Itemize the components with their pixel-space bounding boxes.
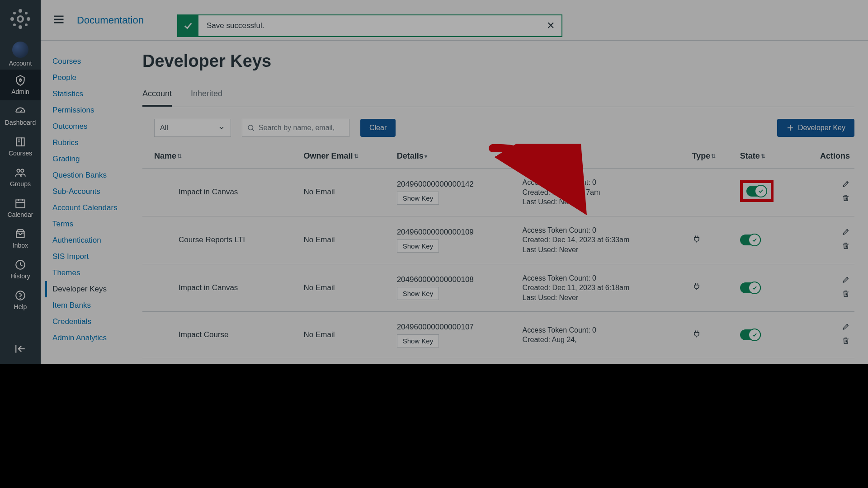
subnav-item[interactable]: Question Banks xyxy=(45,167,142,183)
col-state[interactable]: State xyxy=(740,151,760,160)
row-state xyxy=(736,312,797,358)
nav-inbox[interactable]: Inbox xyxy=(0,223,41,254)
subnav-item[interactable]: Authentication xyxy=(45,232,142,249)
svg-point-5 xyxy=(25,12,28,14)
subnav-item[interactable]: Item Banks xyxy=(45,297,142,314)
state-toggle[interactable] xyxy=(740,282,761,293)
show-key-button[interactable]: Show Key xyxy=(397,287,439,300)
account-icon xyxy=(12,42,28,58)
row-name: Impact in Canvas xyxy=(142,169,299,216)
dev-key-tabs: AccountInherited xyxy=(142,84,854,107)
col-name[interactable]: Name xyxy=(154,151,176,160)
col-type[interactable]: Type xyxy=(692,151,711,160)
show-key-button[interactable]: Show Key xyxy=(397,192,439,205)
search-input[interactable]: Search by name, email, xyxy=(242,119,349,137)
edit-button[interactable] xyxy=(842,323,850,333)
nav-label: Help xyxy=(14,303,27,310)
nav-label: Groups xyxy=(10,180,31,188)
admin-subnav: CoursesPeopleStatisticsPermissionsOutcom… xyxy=(41,41,142,364)
nav-admin[interactable]: Admin xyxy=(0,70,41,100)
delete-button[interactable] xyxy=(842,242,850,252)
nav-label: Account xyxy=(9,60,32,67)
row-type xyxy=(688,264,736,312)
row-actions xyxy=(797,216,854,264)
delete-button[interactable] xyxy=(842,290,850,300)
subnav-item[interactable]: Grading xyxy=(45,151,142,167)
nav-account[interactable]: Account xyxy=(0,39,41,70)
breadcrumb[interactable]: Documentation xyxy=(77,14,144,26)
row-actions xyxy=(797,264,854,312)
nav-history[interactable]: History xyxy=(0,254,41,285)
row-name: Course Reports LTI xyxy=(142,216,299,264)
row-details: 204960000000000107Show Key xyxy=(392,312,518,358)
subnav-item[interactable]: Themes xyxy=(45,265,142,281)
subnav-item[interactable]: Admin Analytics xyxy=(45,330,142,346)
show-key-button[interactable]: Show Key xyxy=(397,334,439,347)
collapse-nav-icon[interactable] xyxy=(14,336,26,364)
show-key-button[interactable]: Show Key xyxy=(397,239,439,253)
nav-dashboard[interactable]: Dashboard xyxy=(0,100,41,131)
subnav-item[interactable]: People xyxy=(45,70,142,86)
filter-select[interactable]: All xyxy=(154,119,231,137)
col-owner[interactable]: Owner Email xyxy=(304,151,353,160)
state-toggle[interactable] xyxy=(746,186,767,197)
nav-courses[interactable]: Courses xyxy=(0,131,41,162)
edit-button[interactable] xyxy=(842,276,850,286)
row-state xyxy=(736,264,797,312)
row-stats: Access Token Count: 0Created: May 23 at … xyxy=(518,169,688,216)
nav-label: Calendar xyxy=(8,211,33,218)
subnav-item[interactable]: Permissions xyxy=(45,102,142,118)
nav-label: Dashboard xyxy=(5,119,36,126)
nav-help[interactable]: Help xyxy=(0,285,41,315)
col-stats[interactable]: Stats xyxy=(523,151,542,160)
tab-account[interactable]: Account xyxy=(142,84,172,107)
delete-button[interactable] xyxy=(842,194,850,204)
subnav-item[interactable]: SIS Import xyxy=(45,249,142,265)
svg-point-1 xyxy=(19,25,22,29)
edit-button[interactable] xyxy=(842,180,850,190)
clear-button[interactable]: Clear xyxy=(360,119,396,137)
row-owner: No Email xyxy=(299,169,392,216)
col-details[interactable]: Details xyxy=(397,151,424,160)
subnav-item[interactable]: Rubrics xyxy=(45,135,142,151)
admin-icon xyxy=(14,75,26,86)
nav-label: History xyxy=(10,272,30,280)
subnav-item[interactable]: Outcomes xyxy=(45,118,142,135)
table-row: Impact in CanvasNo Email2049600000000001… xyxy=(142,169,854,216)
state-toggle[interactable] xyxy=(740,235,761,245)
nav-groups[interactable]: Groups xyxy=(0,162,41,192)
subnav-item[interactable]: Courses xyxy=(45,53,142,70)
inbox-icon xyxy=(14,228,26,240)
subnav-item[interactable]: Terms xyxy=(45,216,142,232)
nav-calendar[interactable]: Calendar xyxy=(0,192,41,223)
hamburger-icon[interactable] xyxy=(52,13,65,28)
search-placeholder: Search by name, email, xyxy=(259,124,335,132)
tab-inherited[interactable]: Inherited xyxy=(191,84,222,107)
help-icon xyxy=(14,290,26,301)
dashboard-icon xyxy=(14,105,26,117)
subnav-item[interactable]: Credentials xyxy=(45,314,142,330)
add-developer-key-label: Developer Key xyxy=(798,124,845,132)
filter-row: All Search by name, email, Clear Develop… xyxy=(142,119,854,137)
delete-button[interactable] xyxy=(842,337,850,347)
subnav-item[interactable]: Developer Keys xyxy=(45,281,142,297)
toast-close-button[interactable]: ✕ xyxy=(539,20,562,32)
search-icon xyxy=(247,124,255,132)
subnav-item[interactable]: Account Calendars xyxy=(45,200,142,216)
row-name: Impact in Canvas xyxy=(142,264,299,312)
plus-icon xyxy=(786,124,794,132)
toast-message: Save successful. xyxy=(198,21,539,30)
nav-label: Inbox xyxy=(13,242,28,249)
row-stats: Access Token Count: 0Created: Dec 14, 20… xyxy=(518,216,688,264)
row-details: 204960000000000108Show Key xyxy=(392,264,518,312)
subnav-item[interactable]: Statistics xyxy=(45,86,142,102)
state-toggle[interactable] xyxy=(740,329,761,340)
page-title: Developer Keys xyxy=(142,52,854,71)
add-developer-key-button[interactable]: Developer Key xyxy=(777,119,854,137)
row-actions xyxy=(797,312,854,358)
row-owner: No Email xyxy=(299,264,392,312)
subnav-item[interactable]: Sub-Accounts xyxy=(45,183,142,200)
svg-point-7 xyxy=(25,23,28,26)
edit-button[interactable] xyxy=(842,228,850,238)
chevron-down-icon xyxy=(218,124,225,131)
